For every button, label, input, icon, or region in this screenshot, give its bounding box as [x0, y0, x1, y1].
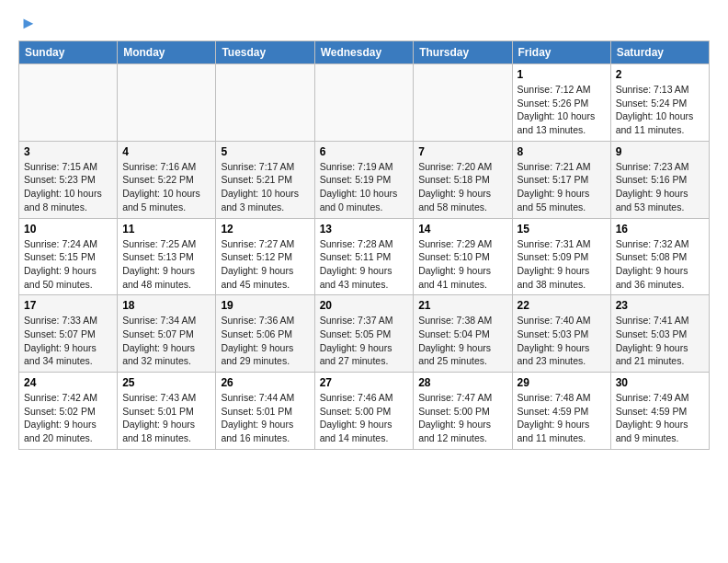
calendar-cell: 4Sunrise: 7:16 AM Sunset: 5:22 PM Daylig… — [118, 141, 216, 218]
calendar-cell: 15Sunrise: 7:31 AM Sunset: 5:09 PM Dayli… — [512, 218, 610, 295]
day-number: 13 — [320, 223, 409, 236]
day-number: 28 — [418, 376, 506, 389]
day-number: 26 — [221, 376, 309, 389]
day-number: 11 — [122, 223, 210, 236]
calendar-cell: 5Sunrise: 7:17 AM Sunset: 5:21 PM Daylig… — [216, 141, 314, 218]
day-number: 10 — [24, 223, 112, 236]
day-number: 1 — [518, 68, 606, 81]
week-row-3: 17Sunrise: 7:33 AM Sunset: 5:07 PM Dayli… — [19, 295, 710, 373]
day-number: 2 — [616, 68, 704, 81]
day-info: Sunrise: 7:27 AM Sunset: 5:12 PM Dayligh… — [221, 237, 309, 292]
header-thursday: Thursday — [414, 41, 512, 64]
calendar-cell: 17Sunrise: 7:33 AM Sunset: 5:07 PM Dayli… — [19, 295, 118, 373]
day-number: 20 — [320, 299, 409, 312]
calendar-cell: 20Sunrise: 7:37 AM Sunset: 5:05 PM Dayli… — [314, 295, 414, 373]
day-info: Sunrise: 7:23 AM Sunset: 5:16 PM Dayligh… — [616, 160, 704, 214]
day-number: 5 — [221, 145, 309, 158]
header-row: SundayMondayTuesdayWednesdayThursdayFrid… — [19, 41, 710, 64]
day-number: 23 — [616, 299, 704, 312]
calendar-cell: 16Sunrise: 7:32 AM Sunset: 5:08 PM Dayli… — [610, 218, 709, 295]
day-info: Sunrise: 7:25 AM Sunset: 5:13 PM Dayligh… — [122, 237, 210, 292]
day-number: 17 — [24, 299, 112, 312]
calendar-cell: 19Sunrise: 7:36 AM Sunset: 5:06 PM Dayli… — [216, 295, 314, 373]
day-info: Sunrise: 7:44 AM Sunset: 5:01 PM Dayligh… — [221, 391, 309, 445]
calendar-cell — [314, 64, 414, 142]
calendar-cell: 21Sunrise: 7:38 AM Sunset: 5:04 PM Dayli… — [414, 295, 512, 373]
calendar-cell: 6Sunrise: 7:19 AM Sunset: 5:19 PM Daylig… — [314, 141, 414, 218]
day-info: Sunrise: 7:19 AM Sunset: 5:19 PM Dayligh… — [320, 160, 409, 214]
calendar-cell: 2Sunrise: 7:13 AM Sunset: 5:24 PM Daylig… — [610, 64, 709, 142]
calendar-cell: 14Sunrise: 7:29 AM Sunset: 5:10 PM Dayli… — [414, 218, 512, 295]
day-number: 27 — [320, 376, 409, 389]
calendar-cell: 26Sunrise: 7:44 AM Sunset: 5:01 PM Dayli… — [216, 373, 314, 450]
week-row-2: 10Sunrise: 7:24 AM Sunset: 5:15 PM Dayli… — [19, 218, 710, 295]
calendar-cell: 22Sunrise: 7:40 AM Sunset: 5:03 PM Dayli… — [512, 295, 610, 373]
day-number: 19 — [221, 299, 309, 312]
header-saturday: Saturday — [610, 41, 709, 64]
day-info: Sunrise: 7:17 AM Sunset: 5:21 PM Dayligh… — [221, 160, 309, 214]
day-number: 30 — [616, 376, 704, 389]
day-info: Sunrise: 7:32 AM Sunset: 5:08 PM Dayligh… — [616, 237, 704, 292]
day-info: Sunrise: 7:33 AM Sunset: 5:07 PM Dayligh… — [24, 314, 112, 368]
calendar-cell: 27Sunrise: 7:46 AM Sunset: 5:00 PM Dayli… — [314, 373, 414, 450]
day-number: 9 — [616, 145, 704, 158]
day-info: Sunrise: 7:42 AM Sunset: 5:02 PM Dayligh… — [24, 391, 112, 445]
day-info: Sunrise: 7:15 AM Sunset: 5:23 PM Dayligh… — [24, 160, 112, 214]
calendar-cell: 23Sunrise: 7:41 AM Sunset: 5:03 PM Dayli… — [610, 295, 709, 373]
day-info: Sunrise: 7:34 AM Sunset: 5:07 PM Dayligh… — [122, 314, 210, 368]
logo: ► — [18, 15, 37, 31]
day-number: 4 — [122, 145, 210, 158]
day-number: 29 — [518, 376, 606, 389]
header-wednesday: Wednesday — [314, 41, 414, 64]
day-number: 18 — [122, 299, 210, 312]
calendar-cell: 18Sunrise: 7:34 AM Sunset: 5:07 PM Dayli… — [118, 295, 216, 373]
calendar-cell: 9Sunrise: 7:23 AM Sunset: 5:16 PM Daylig… — [610, 141, 709, 218]
day-info: Sunrise: 7:12 AM Sunset: 5:26 PM Dayligh… — [518, 83, 606, 137]
day-info: Sunrise: 7:49 AM Sunset: 4:59 PM Dayligh… — [616, 391, 704, 445]
calendar-cell: 25Sunrise: 7:43 AM Sunset: 5:01 PM Dayli… — [118, 373, 216, 450]
calendar-cell — [414, 64, 512, 142]
calendar-cell: 12Sunrise: 7:27 AM Sunset: 5:12 PM Dayli… — [216, 218, 314, 295]
day-number: 12 — [221, 223, 309, 236]
header-sunday: Sunday — [19, 41, 118, 64]
calendar-cell: 10Sunrise: 7:24 AM Sunset: 5:15 PM Dayli… — [19, 218, 118, 295]
day-info: Sunrise: 7:13 AM Sunset: 5:24 PM Dayligh… — [616, 83, 704, 137]
day-number: 8 — [518, 145, 606, 158]
day-info: Sunrise: 7:20 AM Sunset: 5:18 PM Dayligh… — [418, 160, 506, 214]
day-number: 21 — [418, 299, 506, 312]
week-row-1: 3Sunrise: 7:15 AM Sunset: 5:23 PM Daylig… — [19, 141, 710, 218]
calendar-cell: 13Sunrise: 7:28 AM Sunset: 5:11 PM Dayli… — [314, 218, 414, 295]
calendar-cell — [118, 64, 216, 142]
calendar-table: SundayMondayTuesdayWednesdayThursdayFrid… — [18, 40, 710, 450]
page: ► SundayMondayTuesdayWednesdayThursdayFr… — [0, 0, 728, 459]
day-number: 14 — [418, 223, 506, 236]
day-number: 16 — [616, 223, 704, 236]
header-monday: Monday — [118, 41, 216, 64]
day-info: Sunrise: 7:31 AM Sunset: 5:09 PM Dayligh… — [518, 237, 606, 292]
day-number: 7 — [418, 145, 506, 158]
week-row-0: 1Sunrise: 7:12 AM Sunset: 5:26 PM Daylig… — [19, 64, 710, 142]
day-info: Sunrise: 7:43 AM Sunset: 5:01 PM Dayligh… — [122, 391, 210, 445]
day-info: Sunrise: 7:46 AM Sunset: 5:00 PM Dayligh… — [320, 391, 409, 445]
day-info: Sunrise: 7:47 AM Sunset: 5:00 PM Dayligh… — [418, 391, 506, 445]
day-number: 22 — [518, 299, 606, 312]
day-number: 25 — [122, 376, 210, 389]
calendar-cell: 8Sunrise: 7:21 AM Sunset: 5:17 PM Daylig… — [512, 141, 610, 218]
calendar-cell: 3Sunrise: 7:15 AM Sunset: 5:23 PM Daylig… — [19, 141, 118, 218]
calendar-cell: 28Sunrise: 7:47 AM Sunset: 5:00 PM Dayli… — [414, 373, 512, 450]
day-number: 15 — [518, 223, 606, 236]
day-number: 6 — [320, 145, 409, 158]
calendar-cell: 1Sunrise: 7:12 AM Sunset: 5:26 PM Daylig… — [512, 64, 610, 142]
calendar-cell — [19, 64, 118, 142]
day-info: Sunrise: 7:24 AM Sunset: 5:15 PM Dayligh… — [24, 237, 112, 292]
day-info: Sunrise: 7:36 AM Sunset: 5:06 PM Dayligh… — [221, 314, 309, 368]
header: ► — [18, 15, 710, 31]
logo-triangle-icon: ► — [20, 15, 37, 31]
day-info: Sunrise: 7:41 AM Sunset: 5:03 PM Dayligh… — [616, 314, 704, 368]
header-friday: Friday — [512, 41, 610, 64]
day-info: Sunrise: 7:21 AM Sunset: 5:17 PM Dayligh… — [518, 160, 606, 214]
day-info: Sunrise: 7:37 AM Sunset: 5:05 PM Dayligh… — [320, 314, 409, 368]
day-info: Sunrise: 7:40 AM Sunset: 5:03 PM Dayligh… — [518, 314, 606, 368]
header-tuesday: Tuesday — [216, 41, 314, 64]
day-number: 3 — [24, 145, 112, 158]
